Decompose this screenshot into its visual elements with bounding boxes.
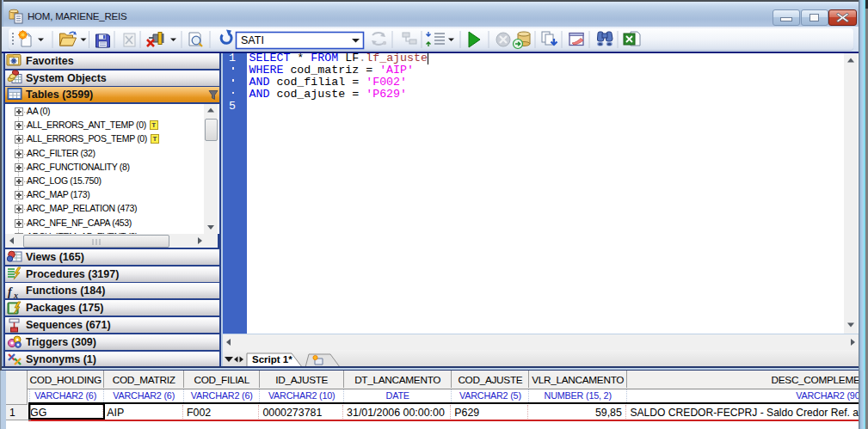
svg-text:f: f [8, 285, 13, 298]
svg-text:x: x [13, 291, 18, 300]
svg-text:SATI: SATI [241, 34, 264, 46]
